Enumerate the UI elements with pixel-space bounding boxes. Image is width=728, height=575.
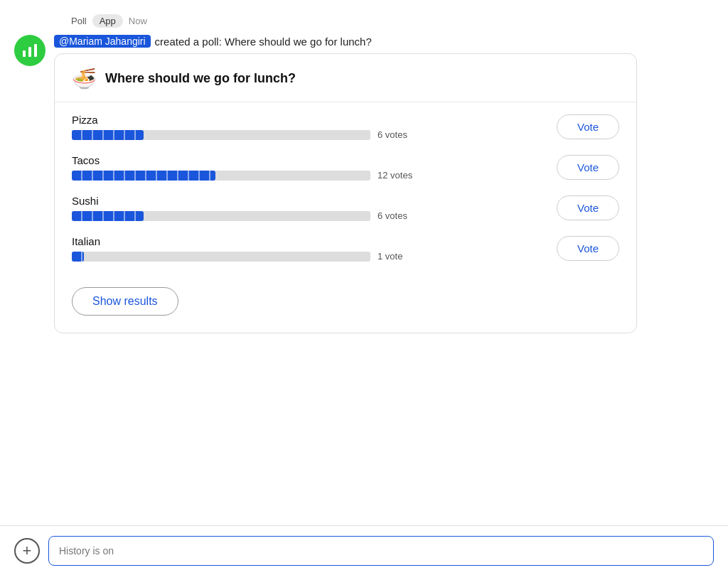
mention-tag[interactable]: @Mariam Jahangiri [54, 35, 151, 48]
vote-button-italian[interactable]: Vote [557, 236, 619, 261]
option-left-sushi: Sushi 6 votes [72, 195, 545, 221]
message-input[interactable] [48, 536, 714, 566]
bottom-bar: + [0, 525, 728, 575]
bar-fill-sushi [72, 211, 144, 221]
vote-count-italian: 1 vote [378, 251, 417, 262]
poll-icon [21, 42, 38, 59]
vote-count-tacos: 12 votes [378, 170, 417, 181]
poll-option-italian: Italian 1 vote Vote [72, 235, 619, 262]
svg-rect-1 [28, 47, 31, 57]
show-results-button[interactable]: Show results [72, 287, 178, 316]
option-label-pizza: Pizza [72, 114, 545, 126]
main-content: Poll App Now @Mariam Jahangiri created a… [0, 0, 728, 575]
message-text: created a poll: Where should we go for l… [155, 36, 372, 48]
svg-rect-0 [23, 50, 26, 57]
meta-label: Poll [71, 16, 87, 26]
option-label-sushi: Sushi [72, 195, 545, 207]
poll-option-sushi: Sushi 6 votes Vote [72, 195, 619, 221]
bar-track-tacos [72, 171, 370, 181]
poll-footer: Show results [55, 276, 636, 333]
option-label-tacos: Tacos [72, 154, 545, 166]
poll-option-pizza: Pizza 6 votes Vote [72, 114, 619, 140]
poll-emoji: 🍜 [72, 67, 97, 90]
bar-fill-pizza [72, 130, 144, 140]
message-header: @Mariam Jahangiri created a poll: Where … [54, 35, 714, 48]
message-body: @Mariam Jahangiri created a poll: Where … [54, 35, 714, 333]
option-left-tacos: Tacos 12 votes [72, 154, 545, 181]
meta-time: Now [129, 16, 147, 26]
poll-title: Where should we go for lunch? [105, 71, 296, 86]
vote-count-sushi: 6 votes [378, 210, 417, 221]
meta-bar: Poll App Now [71, 14, 714, 28]
poll-header: 🍜 Where should we go for lunch? [55, 54, 636, 102]
vote-button-pizza[interactable]: Vote [557, 114, 619, 139]
bar-track-sushi [72, 211, 370, 221]
message-row: @Mariam Jahangiri created a poll: Where … [14, 35, 714, 333]
bar-track-pizza [72, 130, 370, 140]
bar-row-sushi: 6 votes [72, 210, 545, 221]
bar-row-italian: 1 vote [72, 251, 545, 262]
poll-card: 🍜 Where should we go for lunch? Pizza [54, 53, 637, 333]
avatar [14, 35, 46, 66]
bar-fill-italian [72, 252, 84, 262]
option-left-pizza: Pizza 6 votes [72, 114, 545, 140]
vote-count-pizza: 6 votes [378, 129, 417, 140]
svg-rect-2 [34, 44, 37, 57]
vote-button-tacos[interactable]: Vote [557, 155, 619, 180]
add-button[interactable]: + [14, 538, 40, 564]
bar-row-tacos: 12 votes [72, 170, 545, 181]
meta-tag: App [92, 14, 123, 28]
poll-options: Pizza 6 votes Vote [55, 102, 636, 276]
option-label-italian: Italian [72, 235, 545, 247]
poll-option-tacos: Tacos 12 votes Vote [72, 154, 619, 181]
bar-row-pizza: 6 votes [72, 129, 545, 140]
option-left-italian: Italian 1 vote [72, 235, 545, 262]
bar-fill-tacos [72, 171, 215, 181]
vote-button-sushi[interactable]: Vote [557, 195, 619, 220]
bar-track-italian [72, 252, 370, 262]
